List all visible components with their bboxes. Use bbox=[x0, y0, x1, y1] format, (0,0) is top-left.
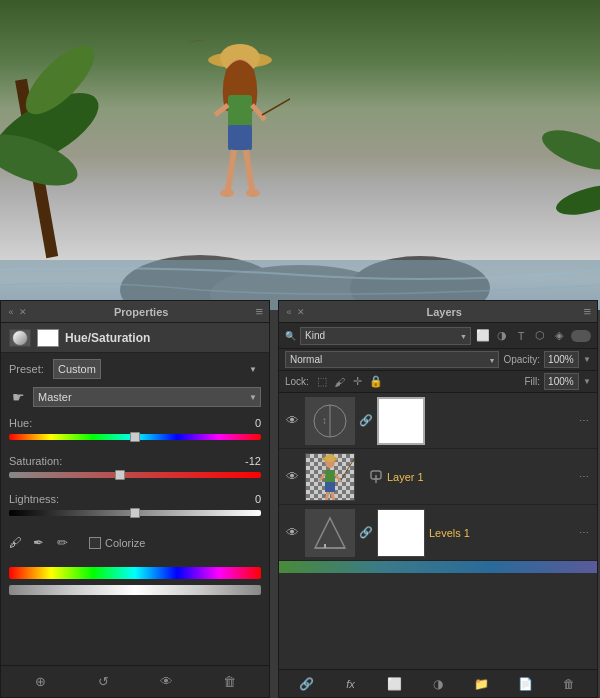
layers-collapse-btn[interactable]: « bbox=[285, 308, 293, 316]
lightness-slider-thumb[interactable] bbox=[130, 508, 140, 518]
properties-menu-btn[interactable]: ≡ bbox=[255, 304, 263, 319]
saturation-slider-track[interactable] bbox=[9, 469, 261, 481]
add-adjustment-icon[interactable]: ◑ bbox=[429, 675, 447, 693]
properties-body: Preset: Custom ☛ Master Hue: 0 bbox=[1, 353, 269, 665]
preset-label: Preset: bbox=[9, 363, 47, 375]
layer-visibility-toggle[interactable]: 👁 bbox=[283, 412, 301, 430]
properties-collapse-btn[interactable]: « bbox=[7, 308, 15, 316]
kind-select-wrapper[interactable]: Kind bbox=[300, 327, 471, 345]
kind-filter-select[interactable]: Kind bbox=[300, 327, 471, 345]
layer-visibility-toggle[interactable]: 👁 bbox=[283, 524, 301, 542]
blend-mode-select-wrapper[interactable]: Normal bbox=[285, 351, 499, 368]
lock-fill-row: Lock: ⬚ 🖌 ✛ 🔒 Fill: ▼ bbox=[279, 371, 597, 393]
link-layers-icon[interactable]: 🔗 bbox=[298, 675, 316, 693]
layers-filter-toolbar: 🔍 Kind ⬜ ◑ T ⬡ ◈ bbox=[279, 323, 597, 349]
layer-item[interactable]: 👁 ↕ 🔗 ⋯ bbox=[279, 393, 597, 449]
svg-marker-40 bbox=[315, 518, 345, 548]
add-effect-icon[interactable]: ⊕ bbox=[32, 673, 50, 691]
reset-icon[interactable]: ↺ bbox=[95, 673, 113, 691]
layer-thumbnail bbox=[305, 509, 355, 557]
preset-select[interactable]: Custom bbox=[53, 359, 101, 379]
svg-point-4 bbox=[540, 122, 600, 178]
shape-filter-icon[interactable]: ⬡ bbox=[532, 328, 548, 344]
svg-point-36 bbox=[325, 454, 335, 462]
saturation-slider-row: Saturation: -12 bbox=[9, 455, 261, 481]
layer-options-icon[interactable]: ⋯ bbox=[579, 471, 593, 482]
layer-link-icon bbox=[369, 470, 383, 484]
hue-value[interactable]: 0 bbox=[236, 417, 261, 429]
visibility-toggle-icon[interactable]: 👁 bbox=[158, 673, 176, 691]
gradient-preview-bar bbox=[279, 561, 597, 573]
adjustment-filter-icon[interactable]: ◑ bbox=[494, 328, 510, 344]
foliage-left bbox=[0, 0, 120, 260]
layer-visibility-toggle[interactable]: 👁 bbox=[283, 468, 301, 486]
hue-slider-thumb[interactable] bbox=[130, 432, 140, 442]
pixel-filter-icon[interactable]: ⬜ bbox=[475, 328, 491, 344]
layers-list: 👁 ↕ 🔗 ⋯ 👁 bbox=[279, 393, 597, 669]
layers-menu-btn[interactable]: ≡ bbox=[583, 304, 591, 319]
svg-line-34 bbox=[332, 492, 334, 501]
lightness-value[interactable]: 0 bbox=[236, 493, 261, 505]
layers-footer: 🔗 fx ⬜ ◑ 📁 📄 🗑 bbox=[279, 669, 597, 697]
layer-name: Levels 1 bbox=[429, 527, 575, 539]
layers-close-btn[interactable]: ✕ bbox=[297, 308, 305, 316]
type-filter-icon[interactable]: T bbox=[513, 328, 529, 344]
eyedropper-icon[interactable]: 🖋 bbox=[9, 535, 25, 551]
svg-line-18 bbox=[262, 70, 290, 115]
lock-pixels-icon[interactable]: 🖌 bbox=[333, 375, 347, 389]
hue-label: Hue: bbox=[9, 417, 32, 429]
opacity-row: Opacity: ▼ bbox=[503, 351, 591, 368]
lock-icons-group: ⬚ 🖌 ✛ 🔒 bbox=[315, 375, 383, 389]
smart-filter-icon[interactable]: ◈ bbox=[551, 328, 567, 344]
layer-options-icon[interactable]: ⋯ bbox=[579, 527, 593, 538]
layer-options-icon[interactable]: ⋯ bbox=[579, 415, 593, 426]
master-channel-select[interactable]: Master bbox=[33, 387, 261, 407]
hue-label-row: Hue: 0 bbox=[9, 417, 261, 429]
layer-link-icon: 🔗 bbox=[359, 414, 373, 428]
new-layer-icon[interactable]: 📄 bbox=[516, 675, 534, 693]
opacity-dropdown-icon[interactable]: ▼ bbox=[583, 355, 591, 364]
properties-panel-controls[interactable]: « ✕ bbox=[7, 308, 27, 316]
properties-titlebar: « ✕ Properties ≡ bbox=[1, 301, 269, 323]
search-icon: 🔍 bbox=[285, 331, 296, 341]
blend-mode-row: Normal Opacity: ▼ bbox=[279, 349, 597, 371]
canvas-area bbox=[0, 0, 600, 310]
blend-mode-select[interactable]: Normal bbox=[285, 351, 499, 368]
hue-slider-track[interactable] bbox=[9, 431, 261, 443]
add-mask-icon[interactable]: ⬜ bbox=[385, 675, 403, 693]
add-group-icon[interactable]: 📁 bbox=[473, 675, 491, 693]
lightness-label: Lightness: bbox=[9, 493, 59, 505]
layer-item[interactable]: 👁 🔗 Levels 1 ⋯ bbox=[279, 505, 597, 561]
master-row: ☛ Master bbox=[9, 387, 261, 407]
layer-thumbnail bbox=[305, 453, 355, 501]
eyedropper-subtract-icon[interactable]: ✏ bbox=[57, 535, 73, 551]
master-select-wrapper[interactable]: Master bbox=[33, 387, 261, 407]
saturation-value[interactable]: -12 bbox=[236, 455, 261, 467]
svg-point-16 bbox=[246, 189, 260, 197]
layer-item[interactable]: 👁 bbox=[279, 449, 597, 505]
lightness-slider-track[interactable] bbox=[9, 507, 261, 519]
preset-select-wrapper[interactable]: Custom bbox=[53, 359, 261, 379]
properties-close-btn[interactable]: ✕ bbox=[19, 308, 27, 316]
preset-row: Preset: Custom bbox=[9, 359, 261, 379]
lock-transparent-icon[interactable]: ⬚ bbox=[315, 375, 329, 389]
hand-tool-icon[interactable]: ☛ bbox=[9, 388, 27, 406]
fx-icon[interactable]: fx bbox=[342, 675, 360, 693]
fill-input[interactable] bbox=[544, 373, 579, 390]
fill-row: Fill: ▼ bbox=[525, 373, 591, 390]
delete-layer-icon[interactable]: 🗑 bbox=[560, 675, 578, 693]
lock-position-icon[interactable]: ✛ bbox=[351, 375, 365, 389]
saturation-slider-thumb[interactable] bbox=[115, 470, 125, 480]
spectrum-bar-secondary bbox=[9, 585, 261, 595]
opacity-input[interactable] bbox=[544, 351, 579, 368]
fill-dropdown-icon[interactable]: ▼ bbox=[583, 377, 591, 386]
hue-slider-row: Hue: 0 bbox=[9, 417, 261, 443]
layers-panel-controls[interactable]: « ✕ bbox=[285, 308, 305, 316]
colorize-checkbox[interactable] bbox=[89, 537, 101, 549]
filter-toggle-switch[interactable] bbox=[571, 330, 591, 342]
svg-line-33 bbox=[326, 492, 328, 501]
lock-all-icon[interactable]: 🔒 bbox=[369, 375, 383, 389]
eyedropper-add-icon[interactable]: ✒ bbox=[33, 535, 49, 551]
delete-icon[interactable]: 🗑 bbox=[221, 673, 239, 691]
hue-sat-icon-box bbox=[9, 329, 31, 347]
